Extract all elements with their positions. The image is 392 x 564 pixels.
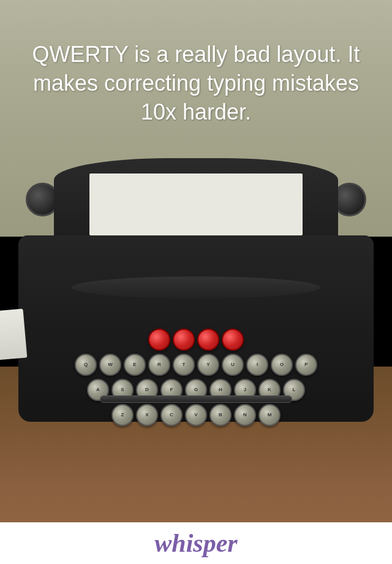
- key-e: E: [124, 354, 146, 376]
- typewriter-image: Q W E R T Y U I O P A S D F G: [18, 158, 374, 468]
- red-key-2: [173, 329, 195, 351]
- key-q: Q: [75, 354, 97, 376]
- key-t: T: [173, 354, 195, 376]
- bottom-bar: whisper: [0, 522, 392, 564]
- key-y: Y: [197, 354, 219, 376]
- key-n: N: [234, 404, 256, 426]
- typewriter-paper: [89, 173, 303, 235]
- paper-item: [0, 309, 27, 361]
- key-o: O: [271, 354, 293, 376]
- key-z: Z: [111, 404, 134, 426]
- text-overlay: QWERTY is a really bad layout. It makes …: [0, 28, 392, 139]
- typewriter-body: Q W E R T Y U I O P A S D F G: [18, 235, 374, 422]
- key-r: R: [148, 354, 170, 376]
- red-key-row: [36, 329, 356, 351]
- key-row-bottom: Z X C V B N M: [36, 404, 356, 426]
- whisper-logo[interactable]: whisper: [154, 528, 237, 558]
- key-c: C: [160, 404, 183, 426]
- key-row-top: Q W E R T Y U I O P: [36, 354, 356, 376]
- key-m: M: [258, 404, 281, 426]
- typewriter-platen: [72, 276, 320, 299]
- key-p: P: [295, 354, 317, 376]
- main-text: QWERTY is a really bad layout. It makes …: [24, 40, 368, 126]
- key-i: I: [246, 354, 268, 376]
- key-b: B: [209, 404, 232, 426]
- typewriter-keys: Q W E R T Y U I O P A S D F G: [36, 329, 356, 407]
- key-w: W: [99, 354, 121, 376]
- app-container: Q W E R T Y U I O P A S D F G: [0, 0, 392, 564]
- red-key-4: [222, 329, 244, 351]
- key-v: V: [185, 404, 207, 426]
- typewriter-spacebar: [100, 395, 292, 403]
- red-key-3: [197, 329, 219, 351]
- red-key-1: [148, 329, 170, 351]
- key-u: U: [222, 354, 244, 376]
- key-x: X: [136, 404, 158, 426]
